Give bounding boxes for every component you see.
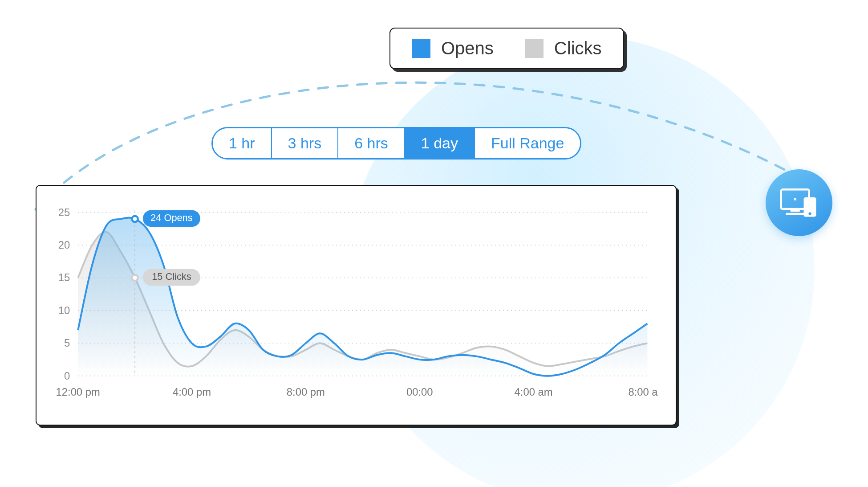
legend-item-clicks[interactable]: Clicks <box>525 38 602 58</box>
legend-swatch-opens <box>412 39 430 58</box>
chart-card: 051015202512:00 pm4:00 pm8:00 pm00:004:0… <box>36 185 677 426</box>
svg-text:25: 25 <box>58 206 70 218</box>
tooltip-clicks: 15 Clicks <box>152 271 191 282</box>
line-chart[interactable]: 051015202512:00 pm4:00 pm8:00 pm00:004:0… <box>45 199 658 411</box>
device-badge[interactable] <box>766 169 832 236</box>
svg-text:0: 0 <box>64 370 70 382</box>
legend-item-opens[interactable]: Opens <box>412 38 494 58</box>
range-opt-6hrs[interactable]: 6 hrs <box>338 128 405 158</box>
svg-text:8:00 am: 8:00 am <box>628 386 658 398</box>
legend-swatch-clicks <box>525 39 544 58</box>
svg-rect-26 <box>791 210 800 212</box>
svg-text:8:00 pm: 8:00 pm <box>287 386 325 398</box>
svg-point-20 <box>133 217 137 221</box>
legend-label-opens: Opens <box>441 38 494 58</box>
svg-text:4:00 am: 4:00 am <box>515 386 553 398</box>
svg-text:4:00 pm: 4:00 pm <box>173 386 211 398</box>
monitor-phone-icon <box>779 187 819 218</box>
tooltip-opens: 24 Opens <box>150 212 193 223</box>
time-range-selector: 1 hr 3 hrs 6 hrs 1 day Full Range <box>211 127 581 160</box>
range-opt-full[interactable]: Full Range <box>475 128 580 158</box>
svg-text:5: 5 <box>64 337 70 349</box>
svg-text:15: 15 <box>58 271 70 283</box>
range-opt-3hrs[interactable]: 3 hrs <box>272 128 339 158</box>
svg-point-28 <box>794 198 796 201</box>
chart-legend: Opens Clicks <box>389 28 624 69</box>
svg-point-23 <box>133 276 137 280</box>
range-opt-1hr[interactable]: 1 hr <box>213 128 272 158</box>
svg-rect-27 <box>786 213 804 215</box>
svg-point-30 <box>808 212 811 215</box>
svg-text:20: 20 <box>58 239 70 251</box>
svg-text:10: 10 <box>58 304 70 316</box>
range-opt-1day[interactable]: 1 day <box>405 128 475 158</box>
svg-text:00:00: 00:00 <box>406 386 433 398</box>
svg-text:12:00 pm: 12:00 pm <box>56 386 100 398</box>
legend-label-clicks: Clicks <box>554 38 602 58</box>
